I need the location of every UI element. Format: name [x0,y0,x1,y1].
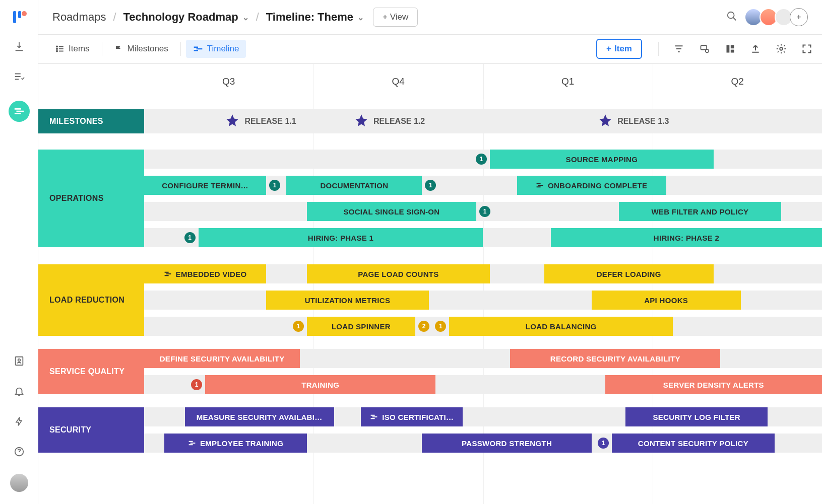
collaborator-avatars: + [747,8,808,26]
star-icon [598,113,612,129]
tab-separator [180,42,181,56]
bell-icon[interactable] [13,385,25,397]
count-badge[interactable]: 1 [476,154,487,165]
theme-label[interactable]: LOAD REDUCTION [38,264,144,336]
crumb-root[interactable]: Roadmaps [52,11,106,24]
timeline-bar[interactable]: LOAD SPINNER [307,317,415,336]
count-badge[interactable]: 1 [191,379,202,390]
bar-label: SERVER DENSITY ALERTS [663,381,764,389]
tab-milestones[interactable]: Milestones [107,40,175,58]
help-icon[interactable] [13,446,25,458]
timeline-bar[interactable]: ISO CERTIFICATI… [361,407,463,426]
timeline-bar[interactable]: SECURITY LOG FILTER [625,407,768,426]
timeline-row: LOAD SPINNER12LOAD BALANCING1 [144,317,822,336]
crumb-view[interactable]: Timeline: Theme⌄ [266,11,364,24]
timeline-bar[interactable]: PAGE LOAD COUNTS [307,264,490,283]
milestone[interactable]: RELEASE 1.3 [598,109,669,133]
theme-label[interactable]: SERVICE QUALITY [38,349,144,394]
layout-icon[interactable] [725,44,735,54]
count-badge[interactable]: 1 [425,180,436,191]
timeline-bar[interactable]: UTILIZATION METRICS [266,291,429,310]
timeline-bar[interactable]: WEB FILTER AND POLICY [619,202,782,221]
svg-point-8 [56,48,57,49]
count-badge[interactable]: 1 [479,206,490,217]
gear-icon[interactable] [776,43,787,54]
theme-label[interactable]: SECURITY [38,407,144,453]
swimlane: DEFINE SECURITY AVAILABILITYRECORD SECUR… [144,349,822,394]
milestone-label: RELEASE 1.1 [244,117,296,126]
contacts-icon[interactable] [13,355,25,367]
timeline-bar[interactable]: EMPLOYEE TRAINING [164,434,306,453]
timeline[interactable]: Q3Q4Q1Q2 RELEASE 1.1RELEASE 1.2RELEASE 1… [144,64,822,504]
swimlane: EMBEDDED VIDEOPAGE LOAD COUNTSDEFER LOAD… [144,264,822,336]
theme-label[interactable]: MILESTONES [38,109,144,133]
plus-icon: + [606,44,611,54]
theme-label[interactable]: OPERATIONS [38,150,144,247]
timeline-bar[interactable]: DEFINE SECURITY AVAILABILITY [144,349,300,368]
svg-point-7 [56,46,57,47]
timeline-bar[interactable]: CONFIGURE TERMIN… [144,176,266,195]
timeline-bar[interactable]: DEFER LOADING [544,264,714,283]
svg-rect-14 [731,50,734,53]
upload-icon[interactable] [750,44,761,54]
app-logo[interactable] [11,9,27,25]
filter-icon[interactable] [674,44,684,54]
chevron-down-icon[interactable]: ⌄ [242,13,249,22]
list-check-icon[interactable] [13,70,25,83]
svg-point-2 [22,11,27,16]
tab-items[interactable]: Items [48,40,97,58]
count-badge[interactable]: 1 [269,180,280,191]
timeline-bar[interactable]: ONBOARDING COMPLETE [517,176,666,195]
chevron-down-icon[interactable]: ⌄ [357,13,364,22]
bar-label: SOURCE MAPPING [566,155,638,164]
crumb-roadmap[interactable]: Technology Roadmap⌄ [123,11,249,24]
import-icon[interactable] [13,40,25,52]
timeline-bar[interactable]: HIRING: PHASE 1 [199,228,483,247]
timeline-bar[interactable]: SOCIAL SINGLE SIGN-ON [307,202,476,221]
timeline-bar[interactable]: DOCUMENTATION [286,176,422,195]
breadcrumb-separator: / [256,11,259,24]
count-badge[interactable]: 1 [598,438,609,449]
timeline-bar[interactable]: PASSWORD STRENGTH [422,434,591,453]
toolbar: Items Milestones Timeline +Item [38,34,822,63]
count-badge[interactable]: 2 [418,321,429,332]
timeline-bar[interactable]: CONTENT SECURITY POLICY [612,434,775,453]
timeline-bar[interactable]: RECORD SECURITY AVAILABILITY [510,349,720,368]
bar-label: SOCIAL SINGLE SIGN-ON [343,207,439,216]
user-avatar[interactable] [10,474,28,492]
timeline-bar[interactable]: TRAINING [205,375,435,394]
timeline-bar[interactable]: SERVER DENSITY ALERTS [605,375,822,394]
search-icon[interactable] [726,11,737,24]
roadmap-icon[interactable] [9,101,30,122]
timeline-bar[interactable]: HIRING: PHASE 2 [551,228,822,247]
bolt-icon[interactable] [13,415,25,427]
add-collaborator-button[interactable]: + [790,8,808,26]
count-badge[interactable]: 1 [184,232,196,243]
fullscreen-icon[interactable] [802,44,812,54]
timeline-bar[interactable]: API HOOKS [592,291,741,310]
swimlane: MEASURE SECURITY AVAILABI…ISO CERTIFICAT… [144,407,822,453]
tab-timeline[interactable]: Timeline [186,40,246,58]
add-view-button[interactable]: + View [373,8,418,27]
milestone[interactable]: RELEASE 1.1 [225,109,296,133]
count-badge[interactable]: 1 [293,321,304,332]
timeline-row: EMPLOYEE TRAININGPASSWORD STRENGTHCONTEN… [144,434,822,453]
milestone[interactable]: RELEASE 1.2 [354,109,425,133]
timeline-bar[interactable]: MEASURE SECURITY AVAILABI… [185,407,334,426]
labels-column: MILESTONESOPERATIONSLOAD REDUCTIONSERVIC… [38,64,144,504]
timeline-bar[interactable]: SOURCE MAPPING [490,150,714,169]
add-item-button[interactable]: +Item [596,39,642,59]
timeline-bar[interactable]: LOAD BALANCING [449,317,673,336]
bar-label: DEFER LOADING [597,270,661,278]
timeline-row: UTILIZATION METRICSAPI HOOKS [144,291,822,310]
milestone-label: RELEASE 1.2 [373,117,425,126]
timeline-row: MEASURE SECURITY AVAILABI…ISO CERTIFICAT… [144,407,822,426]
topbar: Roadmaps / Technology Roadmap⌄ / Timelin… [38,0,822,34]
count-badge[interactable]: 1 [435,321,446,332]
bar-label: EMBEDDED VIDEO [176,270,247,278]
timeline-bar[interactable]: EMBEDDED VIDEO [144,264,266,283]
svg-rect-10 [701,45,707,49]
tab-timeline-label: Timeline [207,44,239,54]
link-settings-icon[interactable] [699,44,710,54]
timeline-row: TRAINING1SERVER DENSITY ALERTS [144,375,822,394]
